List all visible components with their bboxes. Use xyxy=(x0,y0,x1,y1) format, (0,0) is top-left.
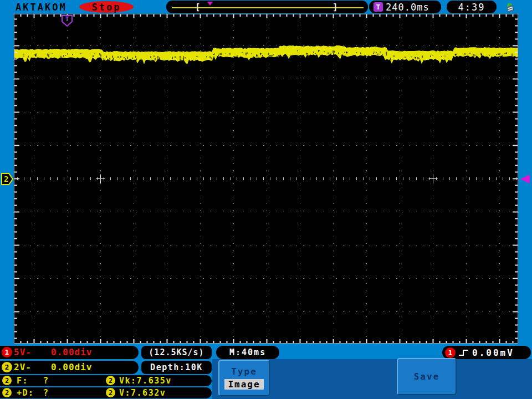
graticule-and-trace xyxy=(14,14,518,344)
ch1-scale: 5V- xyxy=(14,346,32,359)
measure-label: +D: xyxy=(17,387,34,398)
svg-text:2: 2 xyxy=(4,175,8,183)
ch2-position: 0.00div xyxy=(51,361,92,374)
measure-value: ? xyxy=(43,387,49,398)
svg-text:T: T xyxy=(65,16,69,23)
trigger-level-marker xyxy=(519,174,530,184)
ch2-badge: 2 xyxy=(2,362,12,372)
trigger-status-readout: 1 0.00mV xyxy=(442,346,531,359)
trigger-position-mini-marker xyxy=(207,2,213,6)
measure-value: ? xyxy=(43,375,49,386)
measure-channel-badge: 2 xyxy=(2,388,12,397)
brand-logo: AKTAKOM xyxy=(16,2,67,13)
measure-label: F: xyxy=(17,375,28,386)
ch2-status-row: 2 2V- 0.00div xyxy=(0,361,139,374)
ch1-badge: 1 xyxy=(2,347,12,357)
ch1-status-row: 1 5V- 0.00div xyxy=(0,346,139,359)
record-depth-readout: Depth:10K xyxy=(141,361,212,374)
type-value-selected: Image xyxy=(224,379,263,390)
type-menu-button[interactable]: Type Image xyxy=(218,360,270,396)
timebase-readout: M:40ms xyxy=(216,346,279,359)
type-label: Type xyxy=(231,366,257,377)
record-window-indicator: [ ] xyxy=(166,1,368,13)
ch2-scale: 2V- xyxy=(14,361,32,374)
measure-label-value: V:7.632v xyxy=(119,387,166,398)
save-button[interactable]: Save xyxy=(397,358,457,395)
sample-rate-readout: (12.5KS/s) xyxy=(141,346,212,359)
trigger-delay-readout: T 240.0ms xyxy=(369,1,441,13)
trigger-position-marker: T xyxy=(61,14,73,27)
ch1-position: 0.00div xyxy=(51,346,92,359)
acquisition-status-badge: Stop xyxy=(79,1,134,13)
waveform-display: T xyxy=(14,14,518,344)
channel2-position-marker: 2 xyxy=(1,172,14,186)
measure-channel-badge: 2 xyxy=(106,376,115,385)
measure-channel-badge: 2 xyxy=(2,376,12,385)
oscilloscope-screen: AKTAKOM Stop [ ] T 240.0ms 4:39 T 2 xyxy=(0,0,532,399)
measurement-row: 2 F: ? 2 Vk:7.635v xyxy=(0,375,212,386)
trigger-icon: T xyxy=(374,2,383,12)
clock-readout: 4:39 xyxy=(447,1,497,13)
measure-channel-badge: 2 xyxy=(106,388,115,397)
trigger-delay-value: 240.0ms xyxy=(386,2,429,13)
window-right-bracket: ] xyxy=(332,1,338,13)
trigger-level-value: 0.00mV xyxy=(472,347,514,358)
window-left-bracket: [ xyxy=(195,1,201,13)
rising-edge-icon xyxy=(458,348,470,357)
measurement-row: 2 +D: ? 2 V:7.632v xyxy=(0,387,212,398)
measure-label-value: Vk:7.635v xyxy=(119,375,172,386)
trigger-channel-badge: 1 xyxy=(445,347,456,358)
usb-storage-icon xyxy=(502,1,516,13)
